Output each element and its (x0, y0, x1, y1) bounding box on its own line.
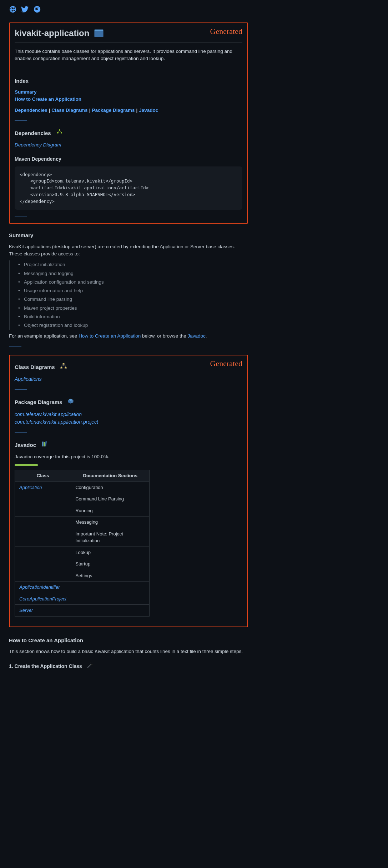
doc-section-cell: Configuration (71, 482, 150, 493)
generated-label: Generated (210, 25, 242, 37)
maven-code: <dependency> <groupId>com.telenav.kivaki… (15, 166, 242, 210)
class-diag-link[interactable]: Applications (15, 376, 42, 382)
diagram-icon (60, 363, 67, 372)
table-row: Command Line Parsing (15, 493, 150, 505)
pkg-diag-link[interactable]: com.telenav.kivakit.application.project (15, 419, 98, 425)
zulip-icon[interactable] (33, 5, 41, 15)
svg-rect-5 (60, 367, 62, 368)
svg-rect-8 (44, 442, 45, 447)
pkg-diag-link[interactable]: com.telenav.kivakit.application (15, 411, 82, 417)
table-row: Startup (15, 558, 150, 570)
svg-point-1 (59, 129, 60, 131)
maven-heading: Maven Dependency (15, 155, 242, 163)
summary-item: Messaging and logging (17, 269, 248, 278)
window-icon (94, 29, 104, 37)
table-row: Important Note: Project Initialization (15, 528, 150, 547)
doc-section-cell (71, 582, 150, 593)
title-text: kivakit-application (15, 27, 89, 40)
summary-heading: Summary (9, 231, 248, 240)
doc-section-cell: Command Line Parsing (71, 493, 150, 505)
howto-intro: This section shows how to build a basic … (9, 648, 248, 655)
link-summary[interactable]: Summary (15, 89, 37, 95)
howto-heading: How to Create an Application (9, 637, 248, 645)
doc-section-cell: Important Note: Project Initialization (71, 528, 150, 547)
index-heading: Index (15, 77, 242, 85)
pkg-diag-text: Package Diagrams (15, 398, 62, 406)
svg-point-13 (92, 664, 92, 665)
table-row: Server (15, 605, 150, 617)
generated-box-1: Generated kivakit-application This modul… (9, 23, 248, 224)
javadoc-class-link[interactable]: Server (19, 608, 33, 613)
doc-section-cell (71, 593, 150, 605)
generated-label: Generated (210, 358, 242, 369)
coverage-bar (15, 464, 38, 466)
dep-diagram-link[interactable]: Dependency Diagram (15, 142, 61, 148)
summary-item: Maven project properties (17, 304, 248, 313)
divider (15, 69, 27, 69)
javadoc-class-link[interactable]: Application (19, 485, 42, 490)
table-row: ApplicationIdentifier (15, 582, 150, 593)
generated-box-2: Generated Class Diagrams Applications Pa… (9, 355, 248, 627)
link-deps[interactable]: Dependencies (15, 108, 47, 113)
summary-intro: KivaKit applications (desktop and server… (9, 243, 248, 258)
page-title: kivakit-application (15, 27, 242, 43)
link-class-diag[interactable]: Class Diagrams (51, 108, 87, 113)
link-javadoc[interactable]: Javadoc (139, 108, 158, 113)
class-diag-text: Class Diagrams (15, 363, 55, 371)
table-row: CoreApplicationProject (15, 593, 150, 605)
summary-item: Object registration and lookup (17, 321, 248, 330)
doc-section-cell (71, 605, 150, 617)
summary-outro: For an example application, see How to C… (9, 333, 248, 340)
javadoc-text: Javadoc (15, 441, 36, 449)
link-howto[interactable]: How to Create an Application (15, 96, 81, 102)
outro-link2[interactable]: Javadoc (188, 333, 206, 339)
twitter-icon[interactable] (21, 5, 29, 15)
svg-rect-7 (42, 442, 43, 446)
globe-icon[interactable] (9, 5, 17, 15)
index-nav-row: Dependencies|Class Diagrams|Package Diag… (15, 107, 242, 114)
svg-point-11 (92, 663, 92, 663)
javadoc-class-link[interactable]: CoreApplicationProject (19, 596, 66, 602)
doc-section-cell: Settings (71, 570, 150, 582)
top-icon-bar (9, 5, 248, 15)
svg-rect-6 (65, 367, 66, 368)
tree-icon (56, 129, 63, 138)
outro-link1[interactable]: How to Create an Application (79, 333, 141, 339)
svg-point-12 (90, 663, 91, 663)
doc-section-cell: Lookup (71, 547, 150, 558)
th-class: Class (15, 470, 71, 482)
table-row: Messaging (15, 517, 150, 528)
table-row: Settings (15, 570, 150, 582)
summary-item: Build information (17, 313, 248, 321)
table-row: ApplicationConfiguration (15, 482, 150, 493)
svg-rect-9 (45, 441, 47, 446)
divider (15, 432, 27, 433)
summary-item: Command line parsing (17, 295, 248, 304)
package-icon (67, 398, 74, 407)
divider (15, 120, 27, 121)
doc-section-cell: Messaging (71, 517, 150, 528)
link-pkg-diag[interactable]: Package Diagrams (92, 108, 135, 113)
svg-rect-4 (62, 363, 64, 364)
doc-section-cell: Running (71, 505, 150, 517)
books-icon (41, 440, 48, 450)
pkg-diag-heading: Package Diagrams (15, 398, 242, 407)
doc-section-cell: Startup (71, 558, 150, 570)
table-row: Lookup (15, 547, 150, 558)
howto-step1: 1. Create the Application Class (9, 662, 248, 671)
coverage-text: Javadoc coverage for this project is 100… (15, 453, 242, 460)
summary-item: Usage information and help (17, 286, 248, 295)
summary-list: Project initializationMessaging and logg… (9, 260, 248, 330)
class-diag-heading: Class Diagrams (15, 363, 242, 372)
th-sections: Documentation Sections (71, 470, 150, 482)
intro-text: This module contains base classes for ap… (15, 48, 242, 63)
summary-item: Application configuration and settings (17, 278, 248, 286)
javadoc-table: Class Documentation Sections Application… (15, 470, 150, 617)
javadoc-heading: Javadoc (15, 440, 242, 450)
table-row: Running (15, 505, 150, 517)
divider (15, 389, 27, 390)
deps-heading-text: Dependencies (15, 129, 51, 138)
javadoc-class-link[interactable]: ApplicationIdentifier (19, 584, 60, 590)
svg-point-10 (91, 664, 92, 664)
divider (15, 216, 27, 216)
